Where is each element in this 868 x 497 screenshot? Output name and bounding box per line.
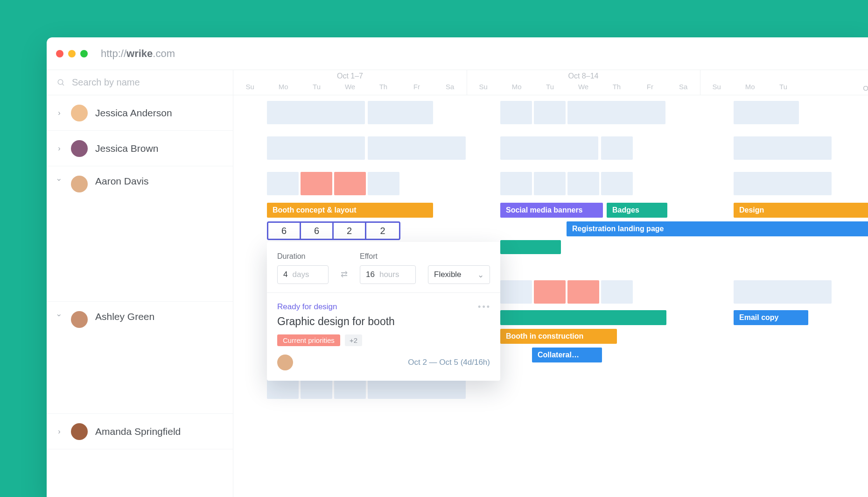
avatar xyxy=(71,176,88,192)
workload-block[interactable] xyxy=(567,101,665,124)
day-header: Tu xyxy=(533,83,567,93)
address-bar[interactable]: http://wrike.com xyxy=(101,48,175,60)
minimize-window-button[interactable] xyxy=(68,50,76,57)
duration-label: Duration xyxy=(277,252,329,261)
effort-field: Effort 16 hours xyxy=(360,252,416,284)
svg-line-1 xyxy=(62,84,64,85)
workload-block[interactable] xyxy=(567,172,599,195)
workload-block[interactable] xyxy=(534,172,566,195)
hours-editor[interactable]: 6 6 2 2 xyxy=(267,221,400,240)
more-menu-icon[interactable]: ••• xyxy=(478,302,491,312)
hour-cell[interactable]: 6 xyxy=(268,223,301,239)
workload-block[interactable] xyxy=(368,101,433,124)
day-header: Th xyxy=(600,83,633,93)
timeline[interactable]: Oct 1–7 Oct 8–14 SuMoTuWeThFrSaSuMoTuWeT… xyxy=(233,70,868,497)
overload-block[interactable] xyxy=(534,280,566,304)
browser-window: http://wrike.com › Jessica Anderson › Je… xyxy=(47,37,868,497)
search-icon xyxy=(57,78,65,87)
workload-block[interactable] xyxy=(734,101,799,124)
day-header: Fr xyxy=(400,83,433,93)
day-header: Su xyxy=(467,83,500,93)
workload-block[interactable] xyxy=(500,136,598,160)
hour-cell[interactable]: 2 xyxy=(334,223,366,239)
task-booth-concept[interactable]: Booth concept & layout xyxy=(267,203,433,218)
search-input[interactable] xyxy=(72,77,223,88)
workload-block[interactable] xyxy=(500,101,532,124)
workload-block[interactable] xyxy=(734,172,832,195)
person-name: Amanda Springfield xyxy=(95,426,181,437)
effort-input[interactable]: 16 hours xyxy=(360,265,416,284)
chevron-down-icon: › xyxy=(55,311,63,320)
workload-block[interactable] xyxy=(534,101,566,124)
maximize-window-button[interactable] xyxy=(80,50,88,57)
workload-block[interactable] xyxy=(601,280,633,304)
workload-block[interactable] xyxy=(500,172,532,195)
tag-current-priorities[interactable]: Current priorities xyxy=(277,334,340,346)
person-row-aaron-davis[interactable]: › Aaron Davis xyxy=(47,166,233,302)
day-header: Th xyxy=(367,83,400,93)
day-header: Tu xyxy=(767,83,800,93)
overload-block[interactable] xyxy=(567,280,599,304)
overload-block[interactable] xyxy=(334,172,366,195)
day-header: We xyxy=(333,83,366,93)
avatar xyxy=(71,105,88,121)
duration-input[interactable]: 4 days xyxy=(277,265,329,284)
avatar xyxy=(71,311,88,328)
workload-block[interactable] xyxy=(601,136,633,160)
person-name: Jessica Anderson xyxy=(95,107,172,119)
day-header: We xyxy=(567,83,600,93)
effort-unit: hours xyxy=(379,270,399,279)
day-header: Su xyxy=(700,83,733,93)
workload-block[interactable] xyxy=(368,136,466,160)
url-prefix: http:// xyxy=(101,48,126,59)
task-title: Graphic design for booth xyxy=(277,315,490,328)
task-popup: Duration 4 days ⇄ Effort 16 hours xyxy=(267,242,500,381)
tag-more[interactable]: +2 xyxy=(345,334,362,346)
task-social-banners[interactable]: Social media banners xyxy=(500,203,603,218)
workload-block[interactable] xyxy=(734,280,832,304)
workload-block[interactable] xyxy=(267,101,365,124)
task-collateral[interactable]: Collateral… xyxy=(532,348,602,362)
day-header: Tu xyxy=(300,83,333,93)
task-email-copy[interactable]: Email copy xyxy=(734,310,808,325)
task-status[interactable]: Ready for design xyxy=(277,302,490,312)
person-row-amanda-springfield[interactable]: › Amanda Springfield xyxy=(47,414,233,449)
mode-select[interactable]: Flexible ⌄ xyxy=(428,265,490,284)
workload-block[interactable] xyxy=(601,172,633,195)
day-header: Mo xyxy=(500,83,533,93)
task-registration[interactable]: Registration landing page xyxy=(567,221,868,236)
task-block[interactable] xyxy=(500,240,561,254)
hour-cell[interactable]: 2 xyxy=(366,223,399,239)
calendar-header: Oct 1–7 Oct 8–14 SuMoTuWeThFrSaSuMoTuWeT… xyxy=(233,70,868,95)
workload-block[interactable] xyxy=(368,172,399,195)
person-row-jessica-anderson[interactable]: › Jessica Anderson xyxy=(47,95,233,131)
day-header: Mo xyxy=(266,83,300,93)
workload-block[interactable] xyxy=(267,136,365,160)
day-header: Fr xyxy=(633,83,666,93)
workload-block[interactable] xyxy=(734,136,832,160)
effort-value: 16 xyxy=(366,270,375,279)
task-block[interactable] xyxy=(500,310,666,325)
person-name: Ashley Green xyxy=(95,311,154,322)
task-design[interactable]: Design xyxy=(734,203,868,218)
overload-block[interactable] xyxy=(301,172,332,195)
overflow-indicator: O xyxy=(863,84,868,92)
url-suffix: .com xyxy=(153,48,175,59)
day-header: Mo xyxy=(733,83,766,93)
day-header: Sa xyxy=(434,83,467,93)
close-window-button[interactable] xyxy=(56,50,63,57)
hour-cell[interactable]: 6 xyxy=(301,223,334,239)
task-booth-construction[interactable]: Booth in construction xyxy=(500,329,617,344)
link-icon: ⇄ xyxy=(341,269,348,279)
day-header: Su xyxy=(233,83,266,93)
workload-block[interactable] xyxy=(500,280,532,304)
url-host: wrike xyxy=(126,48,153,59)
person-name: Jessica Brown xyxy=(95,143,158,154)
person-row-jessica-brown[interactable]: › Jessica Brown xyxy=(47,131,233,166)
person-row-ashley-green[interactable]: › Ashley Green xyxy=(47,302,233,414)
titlebar: http://wrike.com xyxy=(47,37,868,70)
workload-block[interactable] xyxy=(267,172,299,195)
task-badges[interactable]: Badges xyxy=(607,203,667,218)
duration-unit: days xyxy=(292,270,309,279)
assignee-avatar[interactable] xyxy=(277,355,293,370)
